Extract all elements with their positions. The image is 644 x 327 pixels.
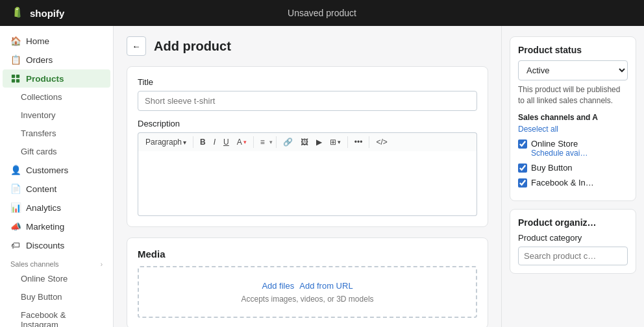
title-label: Title xyxy=(138,77,477,87)
logo: shopify xyxy=(10,6,64,20)
product-category-label: Product category xyxy=(518,233,628,243)
back-arrow-icon: ← xyxy=(132,42,140,51)
description-label: Description xyxy=(138,119,477,128)
deselect-all-link[interactable]: Deselect all xyxy=(518,125,628,134)
italic-button[interactable]: I xyxy=(210,136,219,149)
media-card: Media Add files Add from URL Accepts ima… xyxy=(127,237,488,327)
product-organization-card: Product organiz… Product category xyxy=(510,209,636,274)
channels-section-title: Sales channels and A xyxy=(518,113,628,122)
orders-icon: 📋 xyxy=(10,54,21,65)
sidebar-item-label: Orders xyxy=(26,55,53,65)
svg-rect-0 xyxy=(12,75,15,78)
channel-name-facebook-instagram: Facebook & In… xyxy=(531,178,594,188)
sidebar-item-gift-cards[interactable]: Gift cards xyxy=(3,143,110,160)
page-title: Add product xyxy=(154,39,231,54)
sidebar-item-buy-button[interactable]: Buy Button xyxy=(3,288,110,306)
shopify-logo-icon xyxy=(10,6,25,20)
sidebar-item-label: Content xyxy=(26,184,56,194)
logo-text: shopify xyxy=(30,8,64,19)
sidebar: 🏠 Home 📋 Orders Products Collections Inv… xyxy=(0,26,114,327)
video-button[interactable]: ▶ xyxy=(313,136,325,149)
svg-rect-3 xyxy=(16,79,19,82)
svg-rect-1 xyxy=(16,75,19,78)
sidebar-item-customers[interactable]: 👤 Customers xyxy=(3,161,110,179)
image-icon: 🖼 xyxy=(301,138,308,147)
right-panel: Product status Active Draft This product… xyxy=(501,26,644,327)
sidebar-item-content[interactable]: 📄 Content xyxy=(3,180,110,198)
media-links: Add files Add from URL xyxy=(262,281,353,291)
media-title: Media xyxy=(138,248,477,260)
table-chevron-icon: ▾ xyxy=(338,139,341,145)
sidebar-item-label: Facebook & Instagram xyxy=(21,310,103,327)
sidebar-item-label: Inventory xyxy=(21,110,55,120)
topbar: shopify Unsaved product xyxy=(0,0,644,26)
paragraph-label: Paragraph xyxy=(145,138,182,147)
sales-channels-expand-icon[interactable]: › xyxy=(101,261,103,268)
sidebar-item-discounts[interactable]: 🏷 Discounts xyxy=(3,236,110,254)
home-icon: 🏠 xyxy=(10,36,21,46)
toolbar-divider-4 xyxy=(347,136,348,148)
sidebar-item-products[interactable]: Products xyxy=(3,69,110,88)
channel-name-online-store: Online Store xyxy=(531,139,588,149)
bold-button[interactable]: B xyxy=(197,136,209,149)
link-icon: 🔗 xyxy=(283,138,293,147)
channel-sub-online-store[interactable]: Schedule avai… xyxy=(531,149,588,158)
sidebar-item-marketing[interactable]: 📣 Marketing xyxy=(3,217,110,236)
toolbar-divider-1 xyxy=(193,136,193,148)
sidebar-item-orders[interactable]: 📋 Orders xyxy=(3,51,110,69)
status-select[interactable]: Active Draft xyxy=(518,60,628,80)
sidebar-item-inventory[interactable]: Inventory xyxy=(3,106,110,124)
status-hint: This product will be published to all li… xyxy=(518,84,628,106)
sidebar-item-label: Buy Button xyxy=(21,292,62,302)
sidebar-item-label: Online Store xyxy=(21,274,68,284)
sidebar-item-home[interactable]: 🏠 Home xyxy=(3,32,110,50)
sidebar-item-transfers[interactable]: Transfers xyxy=(3,125,110,142)
marketing-icon: 📣 xyxy=(10,221,21,232)
toolbar-divider-3 xyxy=(276,136,277,148)
online-store-checkbox[interactable] xyxy=(518,139,527,149)
back-button[interactable]: ← xyxy=(127,36,146,56)
link-button[interactable]: 🔗 xyxy=(280,136,296,149)
text-color-button[interactable]: A▾ xyxy=(234,136,250,149)
channel-item-facebook-instagram: Facebook & In… xyxy=(518,178,628,188)
add-url-link[interactable]: Add from URL xyxy=(299,281,353,291)
underline-button[interactable]: U xyxy=(220,136,232,149)
title-input[interactable] xyxy=(138,91,477,111)
editor-toolbar: Paragraph ▾ B I U A▾ ≡ ▾ 🔗 xyxy=(138,132,477,151)
table-icon: ⊞ xyxy=(330,138,336,147)
media-hint: Accepts images, videos, or 3D models xyxy=(241,295,373,304)
product-status-card: Product status Active Draft This product… xyxy=(510,36,636,201)
image-button[interactable]: 🖼 xyxy=(297,136,312,149)
customers-icon: 👤 xyxy=(10,165,21,175)
channel-name-buy-button: Buy Button xyxy=(531,163,573,173)
discounts-icon: 🏷 xyxy=(10,240,21,250)
sidebar-item-facebook-instagram[interactable]: Facebook & Instagram xyxy=(3,306,110,327)
svg-rect-2 xyxy=(12,79,15,82)
media-dropzone[interactable]: Add files Add from URL Accepts images, v… xyxy=(138,266,477,318)
more-button[interactable]: ••• xyxy=(351,136,366,149)
align-chevron-icon: ▾ xyxy=(269,139,273,145)
sidebar-item-collections[interactable]: Collections xyxy=(3,88,110,106)
sidebar-item-online-store[interactable]: Online Store xyxy=(3,270,110,287)
analytics-icon: 📊 xyxy=(10,202,21,213)
sidebar-item-label: Collections xyxy=(21,92,62,102)
add-files-link[interactable]: Add files xyxy=(262,281,294,291)
sidebar-item-label: Marketing xyxy=(26,222,64,232)
sidebar-item-label: Home xyxy=(26,36,49,46)
page-header: ← Add product xyxy=(127,36,488,56)
title-card: Title Description Paragraph ▾ B I U A▾ ≡ xyxy=(127,66,488,227)
code-button[interactable]: </> xyxy=(373,136,390,149)
paragraph-dropdown[interactable]: Paragraph ▾ xyxy=(142,136,190,149)
align-button[interactable]: ≡ xyxy=(257,136,268,149)
main-content: ← Add product Title Description Paragrap… xyxy=(114,26,501,327)
table-button[interactable]: ⊞ ▾ xyxy=(327,136,344,149)
products-icon xyxy=(10,73,21,84)
facebook-instagram-checkbox[interactable] xyxy=(518,178,527,188)
sidebar-item-label: Products xyxy=(26,74,64,84)
product-category-search[interactable] xyxy=(518,247,628,265)
product-org-title: Product organiz… xyxy=(518,217,628,228)
buy-button-checkbox[interactable] xyxy=(518,164,527,173)
paragraph-chevron-icon: ▾ xyxy=(183,139,186,146)
editor-body[interactable] xyxy=(138,151,477,216)
sidebar-item-analytics[interactable]: 📊 Analytics xyxy=(3,199,110,217)
